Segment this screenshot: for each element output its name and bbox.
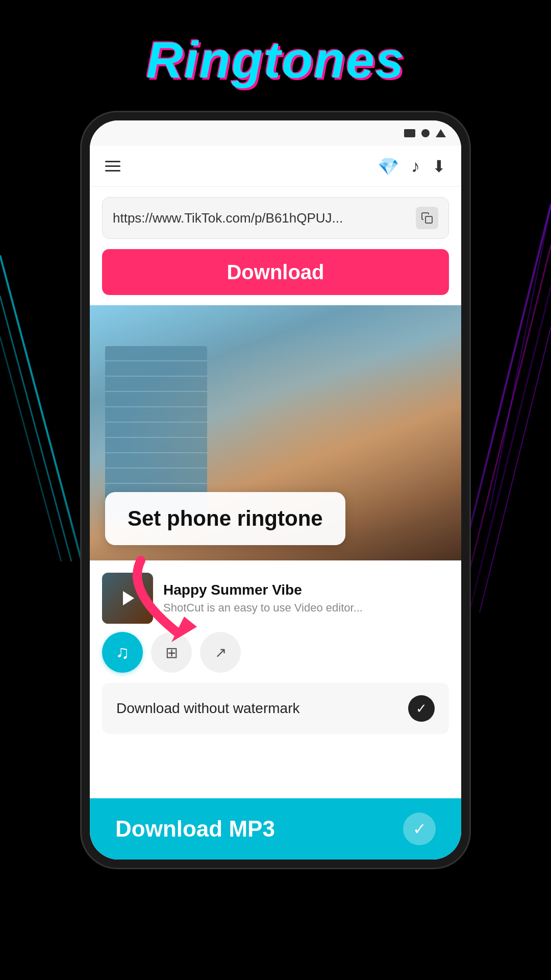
video-section: Set phone ringtone	[90, 305, 461, 560]
bottom-cta-check: ✓	[403, 813, 436, 845]
download-button[interactable]: Download	[102, 249, 449, 295]
action-buttons-row: ♫ ⊞ ↗	[90, 632, 461, 683]
bottom-cta-bar[interactable]: Download MP3 ✓	[90, 798, 461, 860]
url-text: https://www.TikTok.com/p/B61hQPUJ...	[113, 210, 409, 226]
sketch-icon[interactable]: 💎	[378, 156, 399, 177]
status-dot-icon	[421, 129, 430, 137]
url-bar[interactable]: https://www.TikTok.com/p/B61hQPUJ...	[102, 197, 449, 239]
play-overlay	[102, 573, 153, 624]
expand-icon: ⊞	[165, 644, 178, 662]
share-button[interactable]: ↗	[200, 632, 241, 673]
top-nav: 💎 ♪ ⬇	[90, 146, 461, 187]
phone-frame: 💎 ♪ ⬇ https://www.TikTok.com/p/B61hQPUJ.…	[82, 112, 469, 868]
page-title: Ringtones	[0, 31, 551, 89]
download-nav-icon[interactable]: ⬇	[432, 157, 446, 176]
hamburger-menu-button[interactable]	[105, 161, 120, 172]
svg-rect-8	[425, 216, 432, 223]
music-note-icon: ♫	[116, 642, 130, 663]
nav-icons-group: 💎 ♪ ⬇	[378, 156, 446, 177]
ringtone-card: Set phone ringtone	[105, 492, 345, 545]
song-description: ShotCut is an easy to use Video editor..…	[163, 601, 449, 615]
watermark-check: ✓	[408, 695, 435, 722]
watermark-row[interactable]: Download without watermark ✓	[102, 683, 449, 734]
music-ringtone-button[interactable]: ♫	[102, 632, 143, 673]
song-info-section: Happy Summer Vibe ShotCut is an easy to …	[90, 560, 461, 632]
phone-screen: 💎 ♪ ⬇ https://www.TikTok.com/p/B61hQPUJ.…	[90, 120, 461, 860]
url-bar-container: https://www.TikTok.com/p/B61hQPUJ...	[90, 187, 461, 249]
song-thumbnail[interactable]	[102, 573, 153, 624]
bottom-cta-text: Download MP3	[115, 816, 275, 842]
tiktok-icon[interactable]: ♪	[411, 156, 420, 176]
ringtone-card-text: Set phone ringtone	[128, 506, 323, 530]
status-bar	[90, 120, 461, 146]
share-icon: ↗	[215, 644, 227, 661]
status-signal-icon	[436, 129, 446, 137]
copy-button[interactable]	[416, 207, 438, 229]
watermark-text: Download without watermark	[116, 700, 300, 717]
song-details: Happy Summer Vibe ShotCut is an easy to …	[163, 582, 449, 615]
song-title: Happy Summer Vibe	[163, 582, 449, 598]
status-rect-icon	[404, 129, 415, 137]
play-icon	[123, 591, 134, 605]
crop-button[interactable]: ⊞	[151, 632, 192, 673]
